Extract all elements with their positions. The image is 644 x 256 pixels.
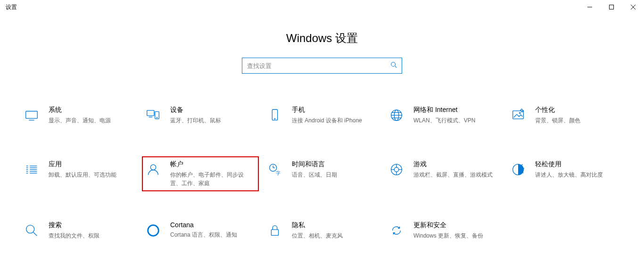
tile-desc: 显示、声音、通知、电源 [49, 116, 129, 125]
tile-title: 系统 [49, 106, 132, 114]
tile-privacy[interactable]: 隐私位置、相机、麦克风 [264, 217, 380, 246]
tile-title: Cortana [170, 221, 253, 229]
search-box[interactable] [242, 58, 402, 74]
update-icon [388, 222, 405, 239]
tile-desc: 你的帐户、电子邮件、同步设置、工作、家庭 [170, 171, 250, 188]
tile-title: 应用 [49, 160, 132, 169]
tile-desc: WLAN、飞行模式、VPN [413, 116, 494, 125]
svg-line-5 [395, 66, 397, 68]
tile-text: 搜索查找我的文件、权限 [49, 221, 132, 240]
tile-text: 网络和 InternetWLAN、飞行模式、VPN [413, 106, 496, 125]
tile-title: 游戏 [413, 160, 496, 169]
tile-title: 搜索 [49, 221, 132, 230]
tile-title: 时间和语言 [292, 160, 375, 169]
tile-text: 隐私位置、相机、麦克风 [292, 221, 375, 240]
tile-desc: 讲述人、放大镜、高对比度 [535, 171, 615, 179]
gaming-icon [388, 161, 405, 178]
system-icon [23, 107, 40, 124]
settings-grid: 系统显示、声音、通知、电源设备蓝牙、打印机、鼠标手机连接 Android 设备和… [11, 102, 633, 246]
minimize-icon [587, 4, 593, 10]
tile-cortana[interactable]: CortanaCortana 语言、权限、通知 [142, 217, 259, 246]
network-icon [388, 107, 405, 124]
tile-title: 手机 [292, 106, 375, 114]
tile-text: 个性化背景、锁屏、颜色 [535, 106, 618, 125]
tile-text: 应用卸载、默认应用、可选功能 [49, 160, 132, 179]
cortana-icon [145, 222, 162, 239]
tile-phone[interactable]: 手机连接 Android 设备和 iPhone [264, 102, 380, 130]
tile-personalize[interactable]: 个性化背景、锁屏、颜色 [507, 102, 624, 130]
close-icon [630, 4, 636, 10]
tile-desc: Windows 更新、恢复、备份 [413, 231, 494, 240]
tile-devices[interactable]: 设备蓝牙、打印机、鼠标 [142, 102, 259, 130]
page-title: Windows 设置 [0, 31, 644, 46]
tile-title: 设备 [170, 106, 253, 114]
personalize-icon [510, 107, 527, 124]
tile-title: 个性化 [535, 106, 618, 114]
tile-text: 系统显示、声音、通知、电源 [49, 106, 132, 125]
close-button[interactable] [622, 0, 644, 14]
tile-text: 轻松使用讲述人、放大镜、高对比度 [535, 160, 618, 179]
tile-text: CortanaCortana 语言、权限、通知 [170, 221, 253, 239]
devices-icon [145, 107, 162, 124]
tile-accounts[interactable]: 帐户你的帐户、电子邮件、同步设置、工作、家庭 [142, 156, 259, 191]
tile-text: 游戏游戏栏、截屏、直播、游戏模式 [413, 160, 496, 179]
tile-text: 设备蓝牙、打印机、鼠标 [170, 106, 253, 125]
svg-rect-1 [610, 5, 614, 9]
tile-gaming[interactable]: 游戏游戏栏、截屏、直播、游戏模式 [385, 156, 502, 191]
tile-system[interactable]: 系统显示、声音、通知、电源 [20, 102, 137, 130]
tile-text: 更新和安全Windows 更新、恢复、备份 [413, 221, 496, 240]
tile-title: 更新和安全 [413, 221, 496, 230]
minimize-button[interactable] [579, 0, 601, 14]
apps-icon [23, 161, 40, 178]
search-input[interactable] [247, 62, 390, 69]
accounts-icon [145, 161, 162, 178]
tile-title: 隐私 [292, 221, 375, 230]
tile-text: 手机连接 Android 设备和 iPhone [292, 106, 375, 125]
tile-text: 帐户你的帐户、电子邮件、同步设置、工作、家庭 [170, 160, 253, 188]
titlebar: 设置 [0, 0, 644, 14]
search-icon [390, 61, 397, 70]
timelang-icon [266, 161, 283, 178]
tile-desc: 语音、区域、日期 [292, 171, 372, 179]
window-title: 设置 [6, 3, 17, 11]
tile-update[interactable]: 更新和安全Windows 更新、恢复、备份 [385, 217, 502, 246]
tile-title: 轻松使用 [535, 160, 618, 169]
search-wrap [0, 58, 644, 74]
tile-desc: 卸载、默认应用、可选功能 [49, 171, 129, 179]
tile-apps[interactable]: 应用卸载、默认应用、可选功能 [20, 156, 137, 191]
ease-icon [510, 161, 527, 178]
svg-point-4 [391, 62, 396, 67]
tile-desc: 位置、相机、麦克风 [292, 231, 372, 240]
tile-ease[interactable]: 轻松使用讲述人、放大镜、高对比度 [507, 156, 624, 191]
phone-icon [266, 107, 283, 124]
tile-desc: 背景、锁屏、颜色 [535, 116, 615, 125]
privacy-icon [266, 222, 283, 239]
tile-title: 网络和 Internet [413, 106, 496, 114]
tile-title: 帐户 [170, 160, 253, 169]
window-controls [579, 0, 644, 14]
maximize-button[interactable] [601, 0, 622, 14]
tile-desc: 查找我的文件、权限 [49, 231, 129, 240]
tile-network[interactable]: 网络和 InternetWLAN、飞行模式、VPN [385, 102, 502, 130]
tile-timelang[interactable]: 时间和语言语音、区域、日期 [264, 156, 380, 191]
tile-desc: 游戏栏、截屏、直播、游戏模式 [413, 171, 494, 179]
search-icon [23, 222, 40, 239]
tile-search[interactable]: 搜索查找我的文件、权限 [20, 217, 137, 246]
tile-desc: 连接 Android 设备和 iPhone [292, 116, 372, 125]
maximize-icon [609, 4, 614, 10]
tile-desc: Cortana 语言、权限、通知 [170, 230, 250, 239]
tile-text: 时间和语言语音、区域、日期 [292, 160, 375, 179]
tile-desc: 蓝牙、打印机、鼠标 [170, 116, 250, 125]
